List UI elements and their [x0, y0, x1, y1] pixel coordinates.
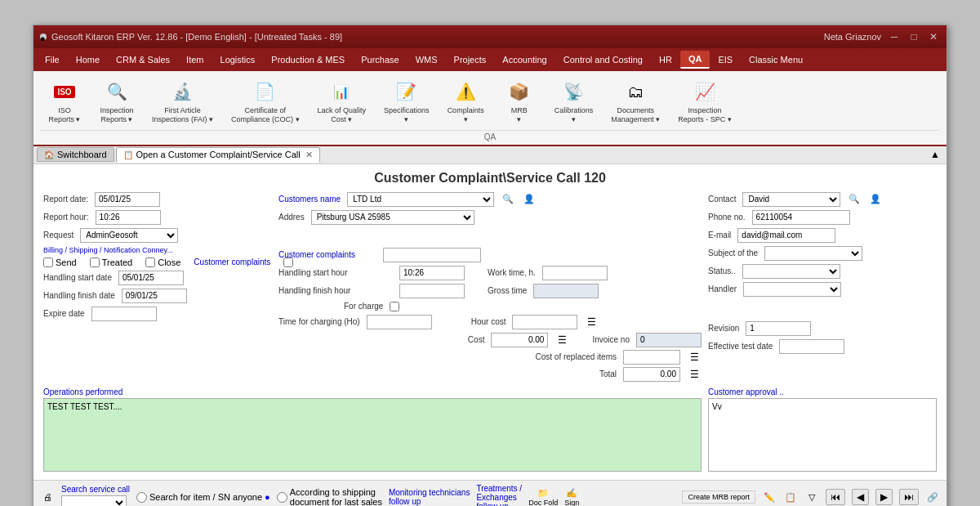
work-time-input[interactable]	[542, 266, 608, 280]
ribbon-coc[interactable]: 📄 Certificate ofCompliance (COC) ▾	[224, 74, 307, 128]
send-check-label[interactable]: Send	[43, 257, 77, 267]
handling-start-date-input[interactable]	[118, 271, 184, 285]
search-service-call-label: Search service call	[61, 485, 130, 494]
customers-search-icon[interactable]: 🔍	[501, 192, 515, 207]
contact-icon1[interactable]: 🔍	[847, 192, 862, 207]
menu-eis[interactable]: EIS	[710, 51, 741, 68]
address-select[interactable]: Pitsburg USA 25985	[311, 210, 474, 225]
ribbon-iso-reports[interactable]: ISO ISOReports ▾	[40, 74, 89, 128]
handling-finish-date-input[interactable]	[122, 289, 187, 303]
form-title: Customer Complaint\Service Call 120	[43, 171, 937, 186]
phone-row: Phone no.	[708, 210, 937, 225]
customers-name-select[interactable]: LTD Ltd	[347, 192, 494, 207]
close-checkbox[interactable]	[145, 257, 155, 267]
iso-reports-icon: ISO	[51, 78, 78, 105]
ribbon-inspection-reports[interactable]: 🔍 InspectionReports ▾	[92, 74, 141, 128]
search-service-call-select[interactable]	[61, 495, 127, 506]
ribbon-mrb[interactable]: 📦 MRB▾	[495, 74, 544, 128]
treated-check-label[interactable]: Treated	[90, 257, 133, 267]
cost-replaced-icon[interactable]: ☰	[687, 350, 702, 365]
sign-button[interactable]: ✍ Sign	[564, 488, 579, 506]
search-item-radio[interactable]	[136, 492, 147, 503]
treated-checkbox[interactable]	[90, 257, 100, 267]
for-charge-checkbox[interactable]	[390, 302, 399, 311]
gross-time-input[interactable]	[533, 284, 599, 298]
customer-complaints2-input[interactable]	[383, 248, 481, 262]
nav-prev-button[interactable]: ◀	[852, 489, 869, 505]
treatments-label[interactable]: Treatments /Exchangesfollow up	[476, 484, 522, 506]
create-mrb-button[interactable]: Create MRB report	[682, 490, 755, 504]
ribbon-specifications[interactable]: 📝 Specifications▾	[376, 74, 437, 128]
menu-classic-menu[interactable]: Classic Menu	[741, 51, 811, 68]
maximize-button[interactable]: □	[907, 31, 920, 43]
tab-close-icon[interactable]: ✕	[305, 150, 313, 160]
customers-add-icon[interactable]: 👤	[522, 192, 537, 207]
monitoring-technicians-label[interactable]: Monitoring techniciansfollow up	[389, 488, 470, 506]
operations-textarea[interactable]: TEST TEST TEST....	[43, 398, 702, 472]
hour-cost-icon[interactable]: ☰	[584, 315, 599, 329]
request-select[interactable]: AdminGeosoft	[80, 228, 178, 243]
nav-first-button[interactable]: ⏮	[826, 489, 845, 505]
nav-last-button[interactable]: ⏭	[899, 489, 919, 505]
form-right-col: Contact David 🔍 👤 Phone no. E-mail Sub	[708, 192, 937, 384]
phone-input[interactable]	[752, 210, 850, 225]
cost-input[interactable]	[491, 333, 548, 347]
tab-switchboard[interactable]: 🏠 Switchboard	[37, 147, 114, 162]
cost-icon[interactable]: ☰	[555, 333, 569, 347]
minimize-button[interactable]: ─	[888, 31, 901, 43]
effective-test-input[interactable]	[779, 339, 844, 354]
menu-accounting[interactable]: Accounting	[494, 51, 555, 68]
menu-qa[interactable]: QA	[680, 51, 710, 69]
contact-icon2[interactable]: 👤	[868, 192, 883, 207]
according-shipping-radio[interactable]	[277, 492, 287, 503]
time-charging-input[interactable]	[367, 315, 432, 329]
report-date-input[interactable]	[95, 192, 160, 207]
contact-select[interactable]: David	[742, 192, 840, 207]
customer-approval-textarea[interactable]: Vv	[708, 398, 937, 472]
tab-customer-complaint[interactable]: 📋 Open a Customer Complaint/Service Call…	[116, 147, 320, 163]
menu-purchase[interactable]: Purchase	[353, 51, 407, 68]
send-checkbox[interactable]	[43, 257, 53, 267]
expire-date-input[interactable]	[91, 307, 157, 321]
subject-select[interactable]	[764, 246, 862, 261]
menu-home[interactable]: Home	[68, 51, 108, 68]
handler-select[interactable]	[743, 282, 841, 297]
menu-item[interactable]: Item	[178, 51, 212, 68]
menu-control-costing[interactable]: Control and Costing	[555, 51, 651, 68]
invoice-no-input[interactable]	[636, 333, 702, 347]
doc-fold-button[interactable]: 📁 Doc Fold	[528, 488, 558, 506]
total-input[interactable]	[623, 367, 680, 382]
handling-finish-hour-input[interactable]	[399, 284, 465, 298]
handling-start-hour-input[interactable]	[399, 266, 465, 280]
menu-hr[interactable]: HR	[651, 51, 680, 68]
menu-logistics[interactable]: Logistics	[212, 51, 264, 68]
menu-crm[interactable]: CRM & Sales	[108, 51, 178, 68]
nav-next-button[interactable]: ▶	[875, 489, 893, 505]
report-hour-input[interactable]	[96, 210, 161, 225]
ribbon-inspection-spc[interactable]: 📈 InspectionReports - SPC ▾	[670, 74, 739, 128]
hour-cost-input[interactable]	[512, 315, 577, 329]
extra-icon[interactable]: 🔗	[925, 490, 940, 504]
ribbon-lack-quality[interactable]: 📊 Lack of QualityCost ▾	[310, 74, 374, 128]
print-icon[interactable]: 🖨	[40, 490, 55, 504]
total-icon[interactable]: ☰	[687, 367, 702, 382]
menu-file[interactable]: File	[37, 51, 68, 68]
ribbon-collapse-button[interactable]: ▲	[927, 149, 943, 160]
menu-projects[interactable]: Projects	[446, 51, 495, 68]
copy-icon[interactable]: 📋	[783, 490, 798, 504]
filter-icon[interactable]: ▽	[804, 490, 819, 504]
search-item-dot[interactable]: ●	[265, 492, 270, 502]
cost-replaced-input[interactable]	[623, 350, 680, 365]
edit-icon[interactable]: ✏️	[762, 490, 777, 504]
status-select[interactable]	[742, 264, 840, 279]
revision-input[interactable]	[746, 321, 811, 336]
ribbon-documents[interactable]: 🗂 DocumentsManagement ▾	[604, 74, 667, 128]
close-check-label[interactable]: Close	[145, 257, 180, 267]
ribbon-fai[interactable]: 🔬 First ArticleInspections (FAI) ▾	[145, 74, 220, 128]
menu-production[interactable]: Production & MES	[263, 51, 353, 68]
menu-wms[interactable]: WMS	[408, 51, 446, 68]
ribbon-complaints[interactable]: ⚠️ Complaints▾	[440, 74, 492, 128]
email-input[interactable]	[737, 228, 835, 243]
close-button[interactable]: ✕	[927, 31, 940, 43]
ribbon-calibrations[interactable]: 📡 Calibrations▾	[547, 74, 601, 128]
